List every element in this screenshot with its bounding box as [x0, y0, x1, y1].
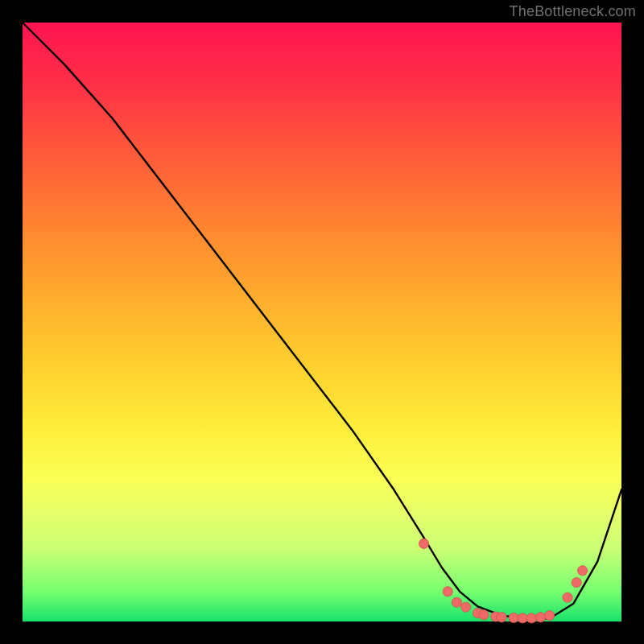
curve-marker-dot: [443, 587, 452, 597]
curve-marker-dot: [563, 592, 572, 602]
plot-area: [23, 23, 621, 621]
curve-marker-dot: [479, 610, 489, 620]
attribution-label: TheBottleneck.com: [510, 3, 636, 20]
curve-layer: [23, 23, 621, 621]
chart-frame: TheBottleneck.com: [0, 0, 644, 644]
curve-marker-dot: [545, 610, 555, 620]
curve-marker-dot: [535, 613, 545, 622]
curve-marker-dot: [526, 613, 536, 623]
curve-marker-dot: [509, 613, 518, 622]
curve-marker-dot: [518, 613, 527, 623]
bottleneck-curve: [23, 23, 621, 618]
curve-marker-dot: [452, 597, 461, 607]
curve-marker-dot: [460, 602, 470, 612]
curve-marker-dot: [497, 613, 506, 622]
curve-marker-dot: [572, 577, 581, 587]
curve-marker-dot: [577, 566, 587, 576]
curve-marker-dot: [419, 539, 428, 548]
